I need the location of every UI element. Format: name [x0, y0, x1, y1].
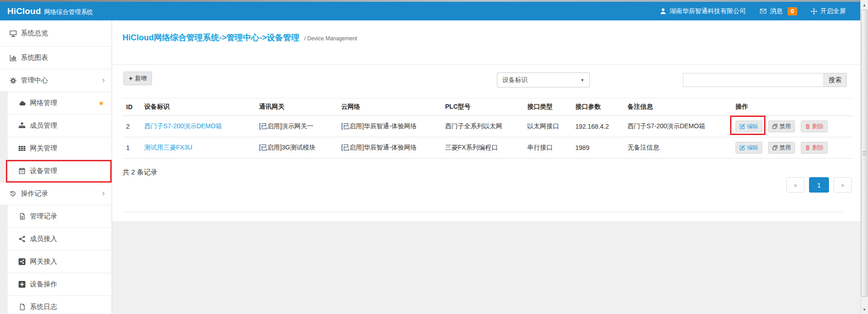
sidebar-item-member-management[interactable]: 成员管理	[0, 115, 112, 137]
brand-name: HiCloud	[7, 6, 41, 16]
edit-button-label: 编辑	[747, 123, 758, 130]
sidebar-item-label: 设备操作	[30, 280, 57, 289]
sidebar-item-label: 网关管理	[30, 144, 57, 153]
search-button[interactable]: 搜索	[824, 73, 847, 87]
scrollbar-down-arrow[interactable]: ▼	[861, 306, 868, 314]
col-header-id: ID	[123, 98, 141, 116]
expand-icon	[811, 8, 817, 14]
pencil-icon	[740, 124, 745, 129]
sidebar-item-system-logs[interactable]: 系统日志	[0, 296, 112, 314]
sitemap-icon	[18, 122, 26, 129]
cell-plc: 三菱FX系列编程口	[441, 137, 524, 159]
fullscreen-toggle[interactable]: 开启全屏	[811, 7, 846, 15]
disable-button[interactable]: 禁用	[768, 121, 795, 132]
sidebar-item-network-management[interactable]: 网络管理 ★	[0, 92, 112, 115]
clone-icon	[772, 145, 778, 150]
sidebar-item-device-operation[interactable]: 设备操作	[0, 273, 112, 296]
table-row: 1 测试用三菱FX3U [已启用]3G测试模块 [已启用]华辰智通-体验网络 三…	[123, 137, 853, 159]
filter-select[interactable]: 设备标识 ▼	[497, 72, 590, 87]
plus-icon: +	[129, 75, 132, 82]
delete-button[interactable]: 删除	[801, 142, 828, 154]
search-input[interactable]	[683, 73, 824, 87]
col-header-cloud: 云网络	[338, 98, 441, 116]
messages-label: 消息	[770, 7, 783, 15]
page-background	[112, 221, 860, 314]
page-title: HiCloud网络综合管理系统->管理中心->设备管理	[123, 33, 299, 42]
sidebar-item-management-records[interactable]: 管理记录	[0, 205, 112, 228]
cell-iface-param: 1989	[572, 137, 624, 159]
sidebar-item-system-overview[interactable]: 系统总览	[0, 20, 112, 47]
fullscreen-label: 开启全屏	[820, 7, 846, 15]
pagination-page-1[interactable]: 1	[809, 177, 829, 193]
share-square-icon	[18, 258, 26, 265]
cell-cloud: [已启用]华辰智通-体验网络	[338, 137, 441, 159]
pagination: « 1 »	[786, 177, 852, 193]
sidebar-item-gateway-access[interactable]: 网关接入	[0, 251, 112, 273]
cell-remark: 无备注信息	[624, 137, 732, 159]
page-subtitle: / Device Management	[304, 35, 357, 42]
edit-button-label: 编辑	[747, 144, 758, 152]
messages-menu[interactable]: 消息 0	[760, 7, 797, 15]
desktop-icon	[9, 30, 17, 37]
calendar-icon	[18, 168, 26, 174]
sidebar-item-label: 系统图表	[21, 53, 48, 62]
disable-button-label: 禁用	[780, 144, 791, 152]
sidebar-item-operation-records[interactable]: 操作记录 ›	[0, 183, 112, 205]
delete-button-label: 删除	[812, 123, 824, 130]
pagination-next[interactable]: »	[834, 177, 852, 193]
disable-button-label: 禁用	[780, 123, 791, 130]
sidebar-item-gateway-management[interactable]: 网关管理	[0, 137, 112, 160]
record-count: 共 2 条记录	[123, 168, 157, 177]
topbar: HiCloud 网络综合管理系统 湖南华辰智通科技有限公司 消息 0 开启全屏	[0, 2, 860, 20]
messages-count-badge: 0	[788, 7, 797, 15]
trash-icon	[805, 124, 810, 129]
envelope-icon	[760, 8, 767, 14]
star-icon: ★	[98, 99, 104, 107]
table-header-row: ID 设备标识 通讯网关 云网络 PLC型号 接口类型 接口参数 备注信息 操作	[123, 98, 853, 116]
edit-button[interactable]: 编辑	[736, 121, 762, 132]
col-header-device: 设备标识	[141, 98, 255, 116]
chevron-right-icon: ›	[102, 75, 105, 84]
device-link[interactable]: 西门子S7-200演示DEMO箱	[144, 122, 222, 130]
breadcrumb: HiCloud网络综合管理系统->管理中心->设备管理 / Device Man…	[123, 32, 357, 43]
gears-icon	[9, 77, 17, 84]
sidebar-item-member-access[interactable]: 成员接入	[0, 228, 112, 251]
share-icon	[18, 236, 26, 242]
file-icon	[18, 304, 26, 310]
col-header-plc: PLC型号	[441, 98, 524, 116]
scrollbar-up-arrow[interactable]: ▲	[861, 2, 868, 9]
cell-iface-param: 192.168.4.2	[572, 116, 624, 137]
sidebar: 系统总览 系统图表 管理中心 › 网络管理 ★ 成员管理 网关管理 设备管理	[0, 20, 112, 314]
app-logo[interactable]: HiCloud 网络综合管理系统	[7, 6, 93, 16]
device-link[interactable]: 测试用三菱FX3U	[144, 144, 192, 151]
search-group: 搜索	[683, 73, 847, 87]
cell-id: 2	[123, 116, 141, 137]
add-button[interactable]: + 新增	[123, 72, 152, 85]
brand-suffix: 网络综合管理系统	[44, 8, 93, 16]
vertical-scrollbar[interactable]: ▲ ▼	[860, 0, 868, 314]
clone-icon	[772, 124, 778, 129]
cell-gateway: [已启用]3G测试模块	[255, 137, 338, 159]
cell-iface-type: 串行接口	[524, 137, 572, 159]
cell-iface-type: 以太网接口	[524, 116, 572, 137]
company-name: 湖南华辰智通科技有限公司	[670, 7, 746, 15]
account-menu[interactable]: 湖南华辰智通科技有限公司	[660, 7, 746, 15]
cell-id: 1	[123, 137, 141, 159]
sidebar-item-system-charts[interactable]: 系统图表	[0, 47, 112, 69]
sidebar-item-label: 管理记录	[30, 212, 57, 221]
cell-cloud: [已启用]华辰智通-体验网络	[338, 116, 441, 137]
disable-button[interactable]: 禁用	[768, 142, 795, 154]
plus-square-icon	[18, 281, 26, 288]
edit-button[interactable]: 编辑	[736, 142, 762, 154]
sidebar-item-label: 成员管理	[30, 121, 57, 130]
cell-gateway: [已启用]演示网关一	[255, 116, 338, 137]
sidebar-item-label: 成员接入	[30, 235, 57, 243]
pagination-prev[interactable]: «	[786, 177, 804, 193]
sidebar-item-label: 设备管理	[30, 167, 57, 175]
sidebar-item-management-center[interactable]: 管理中心 ›	[0, 69, 112, 92]
sidebar-item-device-management[interactable]: 设备管理	[0, 160, 112, 183]
sidebar-item-label: 系统总览	[21, 29, 48, 38]
delete-button[interactable]: 删除	[801, 121, 828, 132]
sidebar-item-label: 操作记录	[21, 189, 48, 198]
scrollbar-thumb[interactable]	[861, 10, 868, 297]
